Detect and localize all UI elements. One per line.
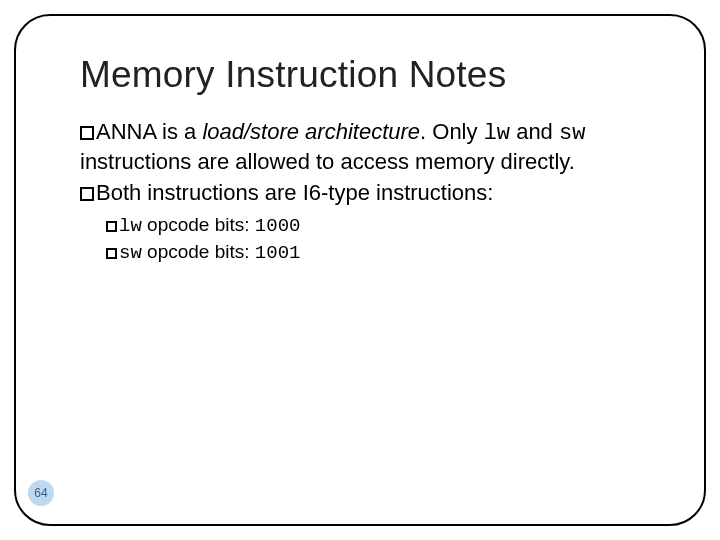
sub-bullet-1: lw opcode bits: 1000 bbox=[106, 213, 660, 239]
text: Both instructions are I6-type instructio… bbox=[96, 180, 493, 205]
text: instructions are allowed to access memor… bbox=[80, 149, 575, 174]
sub-bullet-2: sw opcode bits: 1001 bbox=[106, 240, 660, 266]
code-text: sw bbox=[119, 242, 142, 264]
page-number: 64 bbox=[34, 486, 47, 500]
square-bullet-icon bbox=[106, 248, 117, 259]
code-text: lw bbox=[484, 121, 510, 146]
sub-bullets: lw opcode bits: 1000 sw opcode bits: 100… bbox=[106, 213, 660, 267]
slide-title: Memory Instruction Notes bbox=[80, 54, 660, 96]
code-text: 1001 bbox=[255, 242, 301, 264]
bullet-2: Both instructions are I6-type instructio… bbox=[80, 179, 660, 207]
square-bullet-icon bbox=[80, 187, 94, 201]
slide-body: ANNA is a load/store architecture. Only … bbox=[80, 118, 660, 266]
emphasis-text: load/store architecture bbox=[202, 119, 420, 144]
text: opcode bits: bbox=[142, 214, 255, 235]
code-text: 1000 bbox=[255, 215, 301, 237]
page-number-badge: 64 bbox=[28, 480, 54, 506]
code-text: sw bbox=[559, 121, 585, 146]
slide: Memory Instruction Notes ANNA is a load/… bbox=[0, 0, 720, 540]
text: . Only bbox=[420, 119, 484, 144]
square-bullet-icon bbox=[80, 126, 94, 140]
square-bullet-icon bbox=[106, 221, 117, 232]
text: and bbox=[510, 119, 559, 144]
text: opcode bits: bbox=[142, 241, 255, 262]
text: ANNA is a bbox=[96, 119, 202, 144]
code-text: lw bbox=[119, 215, 142, 237]
slide-content: Memory Instruction Notes ANNA is a load/… bbox=[80, 54, 660, 268]
bullet-1: ANNA is a load/store architecture. Only … bbox=[80, 118, 660, 175]
